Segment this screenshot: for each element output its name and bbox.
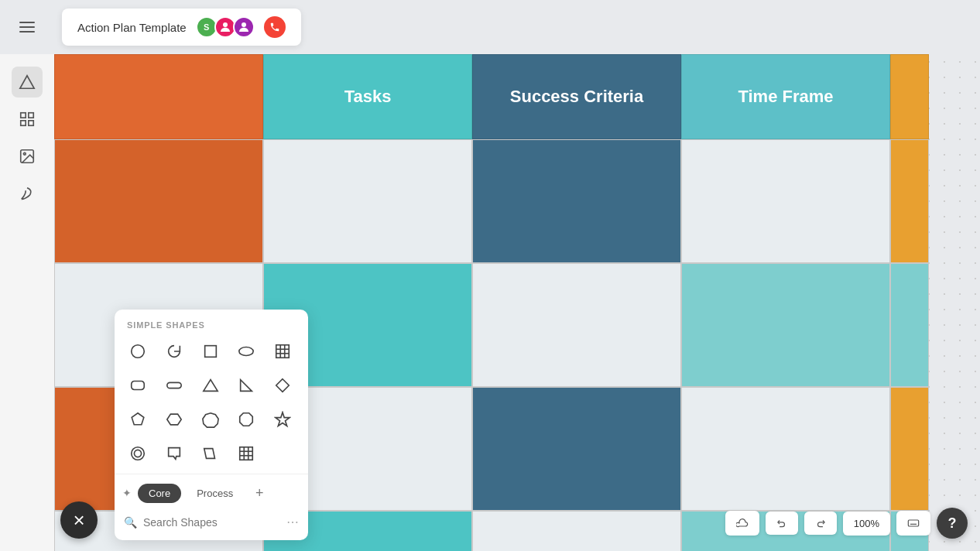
menu-button[interactable] xyxy=(0,0,54,54)
shapes-grid xyxy=(115,336,308,469)
tab-core[interactable]: Core xyxy=(138,484,181,503)
col0-header xyxy=(54,54,263,139)
more-options-icon[interactable]: ⋯ xyxy=(286,515,299,529)
svg-point-19 xyxy=(134,450,141,457)
undo-button[interactable] xyxy=(766,512,798,535)
sidebar-frames-icon[interactable] xyxy=(12,104,43,135)
success-criteria-label: Success Criteria xyxy=(510,87,643,107)
svg-rect-16 xyxy=(132,382,145,390)
call-button[interactable] xyxy=(264,16,286,38)
svg-rect-3 xyxy=(29,113,33,118)
document-title: Action Plan Template xyxy=(77,21,187,34)
top-bar: Action Plan Template S xyxy=(0,0,980,54)
timeframe-label: Time Frame xyxy=(738,87,833,107)
tab-process[interactable]: Process xyxy=(186,484,244,503)
shape-table[interactable] xyxy=(267,336,298,367)
title-bar: Action Plan Template S xyxy=(62,9,301,46)
svg-rect-17 xyxy=(167,382,181,388)
row2-col2 xyxy=(472,263,681,387)
sidebar-draw-icon[interactable] xyxy=(12,178,43,209)
success-criteria-header: Success Criteria xyxy=(472,54,681,139)
row1-col2 xyxy=(472,139,681,263)
shape-diamond[interactable] xyxy=(267,370,298,401)
search-icon: 🔍 xyxy=(124,516,137,529)
keyboard-button[interactable] xyxy=(896,511,930,536)
row2-col3 xyxy=(681,263,890,387)
shape-empty xyxy=(267,438,298,469)
row3-col3 xyxy=(681,387,890,511)
shape-octagon[interactable] xyxy=(231,404,262,435)
svg-point-10 xyxy=(239,347,253,356)
avatar-user2 xyxy=(233,16,255,38)
undo-icon xyxy=(776,518,787,529)
svg-point-8 xyxy=(132,345,145,358)
help-button[interactable]: ? xyxy=(937,508,968,539)
shape-circle-outline[interactable] xyxy=(122,438,153,469)
bottom-bar: 100% ? xyxy=(725,508,968,539)
shape-star[interactable] xyxy=(267,404,298,435)
sidebar-shapes-icon[interactable] xyxy=(12,67,43,98)
shape-circle[interactable] xyxy=(122,336,153,367)
shape-rounded-rect[interactable] xyxy=(122,370,153,401)
redo-button[interactable] xyxy=(804,512,837,535)
fab-close-button[interactable]: × xyxy=(60,501,98,539)
left-sidebar xyxy=(0,54,54,551)
redo-icon xyxy=(815,518,826,529)
tasks-header-label: Tasks xyxy=(344,87,392,107)
svg-rect-9 xyxy=(204,346,216,358)
shape-square[interactable] xyxy=(195,336,226,367)
shapes-section-label: SIMPLE SHAPES xyxy=(115,310,308,336)
shape-pentagon[interactable] xyxy=(122,404,153,435)
row1-col0 xyxy=(54,139,263,263)
shape-triangle[interactable] xyxy=(195,370,226,401)
svg-point-7 xyxy=(23,152,26,155)
shape-hexagon[interactable] xyxy=(159,404,190,435)
search-row: 🔍 ⋯ xyxy=(115,510,308,534)
cloud-save-button[interactable] xyxy=(725,511,759,536)
close-icon: × xyxy=(73,510,84,530)
svg-rect-4 xyxy=(21,121,26,125)
add-tab-button[interactable]: + xyxy=(248,482,270,504)
hamburger-icon xyxy=(19,22,35,33)
svg-point-18 xyxy=(132,447,145,460)
row1-col3 xyxy=(681,139,890,263)
sidebar-image-icon[interactable] xyxy=(12,141,43,172)
shape-arc[interactable] xyxy=(159,336,190,367)
tasks-header: Tasks xyxy=(263,54,472,139)
canvas[interactable]: Tasks Success Criteria Time Frame xyxy=(54,54,980,551)
shapes-panel: SIMPLE SHAPES xyxy=(115,310,308,540)
row4-col2 xyxy=(472,511,681,551)
collaborators-avatars: S xyxy=(196,16,255,38)
svg-rect-5 xyxy=(29,121,33,125)
shape-heptagon[interactable] xyxy=(195,404,226,435)
search-input[interactable] xyxy=(143,516,280,529)
keyboard-icon xyxy=(907,517,920,529)
cloud-icon xyxy=(736,517,749,529)
timeframe-header: Time Frame xyxy=(681,54,890,139)
shape-right-triangle[interactable] xyxy=(231,370,262,401)
row1-col4 xyxy=(890,139,929,263)
extra-header xyxy=(890,54,929,139)
svg-point-0 xyxy=(223,22,228,27)
shapes-tabs-row: ✦ Core Process + xyxy=(115,474,308,510)
svg-rect-2 xyxy=(21,113,26,118)
svg-rect-20 xyxy=(240,447,253,460)
svg-rect-25 xyxy=(908,520,918,526)
row1-col1 xyxy=(263,139,472,263)
svg-rect-11 xyxy=(276,345,290,358)
shape-grid[interactable] xyxy=(231,438,262,469)
row3-col4 xyxy=(890,387,929,511)
tab-icon: ✦ xyxy=(122,487,132,499)
zoom-level: 100% xyxy=(843,512,890,536)
shape-ellipse[interactable] xyxy=(231,336,262,367)
row3-col2 xyxy=(472,387,681,511)
shape-callout[interactable] xyxy=(159,438,190,469)
shape-parallelogram[interactable] xyxy=(195,438,226,469)
svg-point-1 xyxy=(242,22,246,27)
shape-pill[interactable] xyxy=(159,370,190,401)
row2-col4 xyxy=(890,263,929,387)
